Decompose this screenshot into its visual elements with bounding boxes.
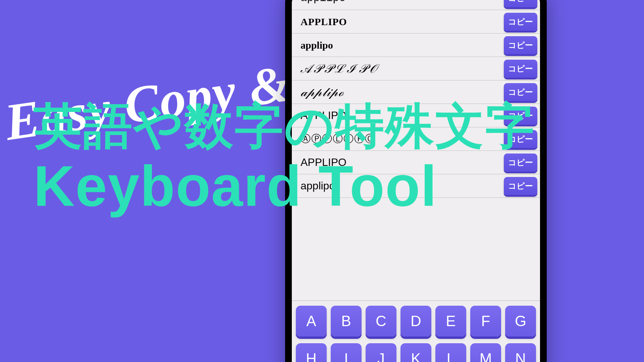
copy-button[interactable]: コピー — [504, 177, 537, 195]
key-m[interactable]: M — [470, 343, 501, 362]
copy-button[interactable]: コピー — [504, 154, 537, 172]
key-i[interactable]: I — [331, 343, 362, 362]
key-h[interactable]: H — [296, 343, 327, 362]
sample-text: APPLIPO — [301, 16, 347, 27]
copy-button[interactable]: コピー — [504, 0, 537, 7]
copy-button[interactable]: コピー — [504, 130, 537, 148]
list-item: ⒶⓅⓅⓁⒾⓅⓄ コピー — [292, 127, 540, 151]
key-n[interactable]: N — [505, 343, 536, 362]
sample-text: applipo — [301, 0, 345, 4]
font-sample-list: applipo コピー APPLIPO コピー applipo コピー 𝒜𝒫𝒫ℒ… — [292, 0, 540, 300]
key-b[interactable]: B — [331, 306, 362, 337]
key-g[interactable]: G — [505, 306, 536, 337]
key-d[interactable]: D — [400, 306, 431, 337]
sample-text: APPLIPO — [301, 109, 346, 122]
sample-text: 𝒶𝓅𝓅𝓁𝒾𝓅ℴ — [301, 85, 344, 99]
sample-text: APPLIPO — [301, 156, 346, 169]
copy-button[interactable]: コピー — [504, 107, 537, 125]
phone-frame: applipo コピー APPLIPO コピー applipo コピー 𝒜𝒫𝒫ℒ… — [285, 0, 547, 362]
sample-text: 𝒜𝒫𝒫ℒℐ𝒫𝒪 — [301, 62, 378, 76]
key-e[interactable]: E — [435, 306, 466, 337]
keyboard-panel: A B C D E F G H I J K L M N — [292, 300, 540, 362]
list-item: 𝒜𝒫𝒫ℒℐ𝒫𝒪 コピー — [292, 57, 540, 80]
list-item: 𝒶𝓅𝓅𝓁𝒾𝓅ℴ コピー — [292, 80, 540, 104]
list-item: applipo コピー — [292, 174, 540, 198]
list-item: APPLIPO コピー — [292, 10, 540, 34]
sample-text: ⒶⓅⓅⓁⒾⓅⓄ — [301, 132, 376, 146]
keyboard-row: A B C D E F G — [295, 306, 537, 337]
key-f[interactable]: F — [470, 306, 501, 337]
keyboard-row: H I J K L M N — [295, 343, 537, 362]
key-j[interactable]: J — [366, 343, 396, 362]
copy-button[interactable]: コピー — [504, 36, 537, 54]
list-item: applipo コピー — [292, 34, 540, 57]
sample-text: applipo — [301, 180, 335, 192]
copy-button[interactable]: コピー — [504, 83, 537, 101]
copy-button[interactable]: コピー — [504, 60, 537, 78]
key-k[interactable]: K — [400, 343, 431, 362]
list-item: applipo コピー — [292, 0, 540, 10]
sample-text: applipo — [301, 40, 333, 51]
list-item: APPLIPO コピー — [292, 104, 540, 127]
key-a[interactable]: A — [296, 306, 327, 337]
copy-button[interactable]: コピー — [504, 13, 537, 31]
key-l[interactable]: L — [435, 343, 466, 362]
phone-screen: applipo コピー APPLIPO コピー applipo コピー 𝒜𝒫𝒫ℒ… — [292, 0, 540, 362]
key-c[interactable]: C — [366, 306, 396, 337]
list-item: APPLIPO コピー — [292, 151, 540, 174]
